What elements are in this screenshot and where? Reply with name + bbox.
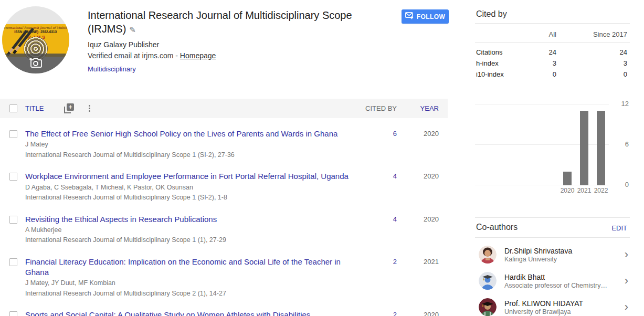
- article-authors: J Matey: [25, 140, 355, 150]
- article-checkbox[interactable]: [9, 216, 17, 224]
- h-index-since: 3: [556, 59, 627, 67]
- article-title-link[interactable]: Sports and Social Capital: A Qualitative…: [25, 310, 310, 316]
- coauthor-affiliation: Kalinga University: [504, 256, 625, 263]
- metric-row-h-index: h-index 3 3: [475, 59, 627, 67]
- articles-table-header: TITLE + CITED BY YEAR: [0, 99, 448, 118]
- article-title-link[interactable]: Financial Literacy Education: Implicatio…: [25, 257, 341, 277]
- coauthors-list: Dr.Shilpi Shrivastava Kalinga University…: [475, 241, 632, 316]
- more-options-icon[interactable]: [88, 104, 91, 113]
- edit-coauthors-link[interactable]: EDIT: [611, 224, 627, 232]
- coauthor-name: Hardik Bhatt: [504, 273, 625, 281]
- article-row: Sports and Social Capital: A Qualitative…: [0, 310, 448, 316]
- coauthor-avatar: [479, 298, 497, 316]
- article-cited-by-count[interactable]: 4: [365, 171, 397, 180]
- interest-link[interactable]: Multidisciplinary: [88, 65, 136, 73]
- articles-list: The Effect of Free Senior High School Po…: [0, 129, 448, 316]
- metric-row-i10-index: i10-index 0 0: [475, 70, 627, 78]
- verified-email: Verified email at irjms.com - Homepage: [88, 51, 448, 60]
- citations-chart: [475, 104, 609, 185]
- follow-button[interactable]: FOLLOW: [402, 9, 449, 24]
- article-cited-by-count[interactable]: 4: [365, 214, 397, 223]
- camera-icon: [29, 57, 43, 70]
- article-venue: International Research Journal of Multid…: [25, 151, 355, 160]
- scholar-profile-page: International Research Journal of Multid…: [0, 0, 644, 316]
- profile-header: International Research Journal of Multid…: [0, 0, 448, 85]
- col-since-2017: Since 2017: [556, 30, 627, 38]
- article-year: 2020: [397, 214, 439, 223]
- ytick-0: 0: [610, 181, 629, 188]
- article-venue: International Research Journal of Multid…: [25, 289, 355, 299]
- article-cited-by-count[interactable]: 6: [365, 129, 397, 138]
- change-photo-overlay[interactable]: [2, 54, 69, 73]
- article-authors: A Mukherjee: [25, 226, 355, 235]
- coauthor-row[interactable]: Prof. KLIWON HIDAYAT University of Brawi…: [475, 294, 632, 316]
- article-checkbox[interactable]: [9, 311, 17, 316]
- profile-name: International Research Journal of Multid…: [88, 8, 382, 36]
- article-row: Financial Literacy Education: Implicatio…: [0, 257, 448, 299]
- coauthor-affiliation: University of Brawijaya: [504, 308, 625, 315]
- citations-since: 24: [556, 48, 627, 56]
- cited-by-table-head: All Since 2017: [475, 30, 632, 38]
- citations-all: 24: [533, 48, 556, 56]
- article-cited-by-count[interactable]: 2: [365, 257, 397, 266]
- article-venue: International Research Journal of Multid…: [25, 236, 355, 245]
- article-year: 2020: [397, 310, 439, 316]
- profile-affiliation: Iquz Galaxy Publisher: [88, 40, 448, 49]
- article-title-link[interactable]: The Effect of Free Senior High School Po…: [25, 129, 337, 138]
- journal-cover-title: International Research Journal of Multid…: [2, 26, 69, 29]
- sort-by-year-link[interactable]: YEAR: [397, 104, 439, 112]
- i10-index-all: 0: [533, 70, 556, 78]
- envelope-plus-icon: [405, 12, 414, 21]
- chart-bar-2022[interactable]: [597, 111, 605, 185]
- col-all: All: [533, 30, 556, 38]
- chart-bar-2021[interactable]: [580, 111, 588, 185]
- main-column: International Research Journal of Multid…: [0, 0, 448, 316]
- h-index-all: 3: [533, 59, 556, 67]
- xlabel-2022: 2022: [592, 187, 610, 194]
- ytick-12: 12: [610, 100, 629, 108]
- profile-avatar[interactable]: International Research Journal of Multid…: [2, 6, 69, 73]
- article-venue: International Research Journal of Multid…: [25, 193, 355, 203]
- article-cited-by-count[interactable]: 2: [365, 310, 397, 316]
- article-title-link[interactable]: Workplace Environment and Employee Perfo…: [25, 172, 349, 181]
- coauthor-avatar: [479, 246, 497, 264]
- article-year: 2020: [397, 129, 439, 138]
- profile-info: International Research Journal of Multid…: [88, 6, 448, 73]
- coauthor-name: Prof. KLIWON HIDAYAT: [504, 299, 625, 308]
- chart-bar-2020[interactable]: [563, 172, 572, 185]
- sort-by-title-link[interactable]: TITLE: [25, 104, 57, 112]
- article-authors: J Matey, JY Duut, MF Kombian: [25, 279, 355, 288]
- coauthor-row[interactable]: Hardik Bhatt Associate professor of Chem…: [475, 268, 632, 294]
- follow-button-label: FOLLOW: [417, 13, 445, 20]
- chevron-right-icon: ›: [625, 275, 628, 287]
- coauthor-row[interactable]: Dr.Shilpi Shrivastava Kalinga University…: [475, 241, 632, 268]
- article-authors: D Agaba, C Ssebagala, T Micheal, K Pasto…: [25, 183, 355, 193]
- article-checkbox[interactable]: [9, 258, 17, 266]
- coauthor-name: Dr.Shilpi Shrivastava: [504, 247, 625, 255]
- journal-cover-issn: ISSN (ONLINE): 2582-631X: [2, 30, 69, 34]
- xlabel-2021: 2021: [575, 187, 594, 194]
- ytick-6: 6: [610, 140, 629, 148]
- chevron-right-icon: ›: [625, 301, 628, 313]
- article-year: 2021: [397, 257, 439, 266]
- right-panel: Cited by All Since 2017 Citations 24 24 …: [475, 0, 632, 316]
- i10-index-since: 0: [556, 70, 627, 78]
- coauthor-avatar: [479, 272, 497, 290]
- cited-by-title: Cited by: [476, 9, 507, 19]
- metric-row-citations: Citations 24 24: [475, 48, 627, 56]
- edit-name-icon[interactable]: ✎: [129, 25, 136, 34]
- article-checkbox[interactable]: [9, 130, 17, 138]
- article-row: Revisiting the Ethical Aspects in Resear…: [0, 214, 448, 245]
- homepage-link[interactable]: Homepage: [180, 51, 216, 60]
- article-row: The Effect of Free Senior High School Po…: [0, 129, 448, 160]
- select-all-checkbox[interactable]: [9, 104, 17, 112]
- article-row: Workplace Environment and Employee Perfo…: [0, 171, 448, 202]
- article-checkbox[interactable]: [9, 173, 17, 181]
- coauthors-title: Co-authors: [476, 223, 518, 232]
- xlabel-2020: 2020: [558, 187, 577, 194]
- add-articles-icon[interactable]: +: [64, 103, 74, 113]
- cited-by-column-header: CITED BY: [365, 104, 397, 112]
- chevron-right-icon: ›: [625, 249, 628, 260]
- coauthor-affiliation: Associate professor of Chemistry…: [504, 282, 625, 289]
- article-title-link[interactable]: Revisiting the Ethical Aspects in Resear…: [25, 215, 217, 224]
